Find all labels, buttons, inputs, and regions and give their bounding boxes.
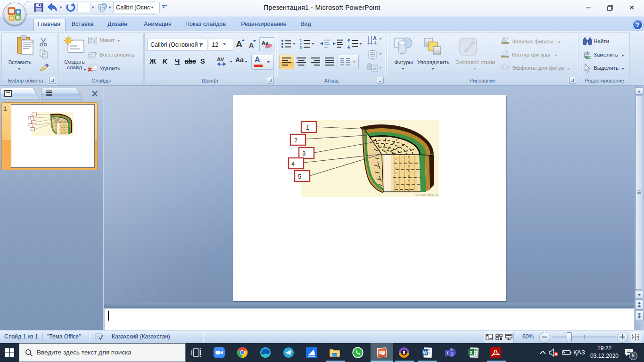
svg-text:1: 1 — [306, 124, 309, 131]
svg-text:2: 2 — [300, 42, 302, 46]
svg-text:4: 4 — [291, 160, 295, 167]
svg-text:X: X — [470, 350, 473, 355]
svg-text:A: A — [373, 35, 377, 41]
svg-text:5: 5 — [298, 173, 301, 180]
svg-text:T: T — [446, 351, 449, 355]
svg-text:W: W — [423, 350, 428, 355]
svg-text:3: 3 — [302, 150, 305, 157]
svg-text:obrazovaka.ru: obrazovaka.ru — [415, 192, 438, 197]
svg-text:AV: AV — [217, 57, 224, 62]
svg-text:2: 2 — [294, 137, 297, 144]
svg-text:3: 3 — [300, 46, 302, 49]
svg-text:1: 1 — [300, 39, 302, 42]
svg-text:ac: ac — [586, 55, 591, 60]
